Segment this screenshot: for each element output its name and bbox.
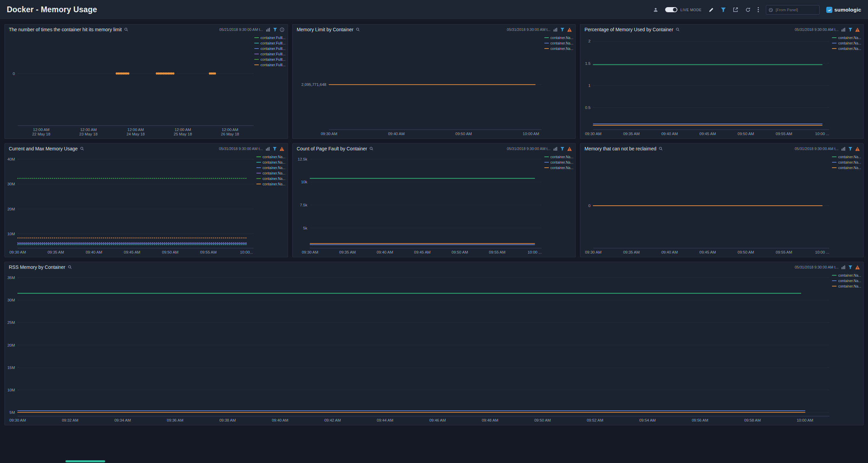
legend-item[interactable]: container.Fulll... <box>254 52 286 56</box>
legend-item[interactable]: container.Na... <box>832 160 861 164</box>
legend-label: container.Na... <box>838 47 861 51</box>
warning-icon[interactable] <box>855 265 860 270</box>
chart-legend: container.Fulll...container.Fulll...cont… <box>254 36 286 67</box>
info-icon[interactable] <box>280 27 284 32</box>
legend-item[interactable]: container.Na... <box>256 171 286 175</box>
legend-label: container.Na... <box>263 171 286 175</box>
zoom-icon[interactable] <box>356 27 360 32</box>
legend-item[interactable]: container.Na... <box>256 155 286 159</box>
warning-icon[interactable] <box>567 147 572 151</box>
legend-item[interactable]: container.Na... <box>544 160 574 164</box>
zoom-icon[interactable] <box>124 27 128 32</box>
zoom-icon[interactable] <box>676 27 680 32</box>
legend-item[interactable]: container.Na... <box>544 166 574 170</box>
legend-item[interactable]: container.Fulll... <box>254 47 286 51</box>
svg-text:09:42 AM: 09:42 AM <box>324 418 341 422</box>
chart-canvas[interactable]: 009:30 AM09:35 AM09:40 AM09:45 AM09:50 A… <box>580 152 863 257</box>
legend-label: container.Na... <box>838 273 861 277</box>
chart-icon[interactable] <box>553 147 558 151</box>
svg-text:12.5k: 12.5k <box>298 157 307 161</box>
filter-icon[interactable] <box>560 27 564 32</box>
chart-icon[interactable] <box>841 147 846 151</box>
legend-item[interactable]: container.Fulll... <box>254 41 286 45</box>
warning-icon[interactable] <box>279 147 284 151</box>
legend-item[interactable]: container.Na... <box>832 47 861 51</box>
legend-swatch <box>544 156 549 157</box>
legend-item[interactable]: container.Na... <box>544 155 574 159</box>
legend-swatch <box>256 178 261 179</box>
live-mode-toggle[interactable] <box>665 7 677 12</box>
chart-icon[interactable] <box>841 27 846 32</box>
legend-label: container.Na... <box>263 177 286 181</box>
filter-icon[interactable] <box>848 27 852 32</box>
edit-pencil-icon[interactable] <box>709 7 714 13</box>
legend-swatch <box>256 162 261 163</box>
panel-header: Count of Page Fault by Container 05/31/2… <box>293 144 576 152</box>
kebab-menu-icon[interactable] <box>757 7 759 13</box>
legend-item[interactable]: container.Na... <box>256 177 286 181</box>
chart-canvas[interactable]: 012:00 AM22 May 1812:00 AM23 May 1812:00… <box>5 33 288 138</box>
chart-canvas[interactable]: 5k7.5k10k12.5k09:30 AM09:35 AM09:40 AM09… <box>293 152 576 257</box>
chart-canvas[interactable]: 5M10M15M20M25M30M35M09:30 AM09:32 AM09:3… <box>5 271 863 425</box>
chart-icon[interactable] <box>841 265 846 270</box>
svg-text:09:35 AM: 09:35 AM <box>47 250 64 254</box>
legend-item[interactable]: container.Na... <box>544 41 574 45</box>
svg-text:10:00 ...: 10:00 ... <box>815 132 829 136</box>
legend-item[interactable]: container.Fulll... <box>254 63 286 67</box>
legend-item[interactable]: container.Fulll... <box>254 57 286 61</box>
svg-text:09:50 AM: 09:50 AM <box>534 418 551 422</box>
legend-item[interactable]: container.Na... <box>832 36 861 40</box>
chart-icon[interactable] <box>266 147 270 151</box>
filter-icon[interactable] <box>273 27 277 32</box>
chart-legend: container.Na...container.Na...container.… <box>832 155 861 170</box>
chart-canvas[interactable]: 2,095,771,64809:30 AM09:40 AM09:50 AM10:… <box>293 33 576 138</box>
user-icon[interactable] <box>653 7 658 13</box>
legend-item[interactable]: container.Na... <box>256 182 286 186</box>
svg-text:09:52 AM: 09:52 AM <box>587 418 603 422</box>
zoom-icon[interactable] <box>68 265 72 269</box>
legend-item[interactable]: container.Na... <box>832 155 861 159</box>
filter-icon[interactable] <box>273 147 277 151</box>
zoom-icon[interactable] <box>369 147 373 151</box>
filter-icon[interactable] <box>560 147 564 151</box>
chart-canvas[interactable]: 10M20M30M40M09:30 AM09:35 AM09:40 AM09:4… <box>5 152 288 257</box>
svg-text:10:00 AM: 10:00 AM <box>523 132 539 136</box>
legend-item[interactable]: container.Na... <box>544 36 574 40</box>
legend-item[interactable]: container.Na... <box>256 160 286 164</box>
svg-text:09:30 AM: 09:30 AM <box>302 250 318 254</box>
svg-text:0: 0 <box>589 204 591 208</box>
warning-icon[interactable] <box>855 27 860 32</box>
legend-item[interactable]: container.Na... <box>832 166 861 170</box>
zoom-icon[interactable] <box>659 147 663 151</box>
filter-icon[interactable] <box>721 7 726 12</box>
share-icon[interactable] <box>733 7 738 13</box>
legend-label: container.Fulll... <box>261 47 286 51</box>
search-input[interactable] <box>766 5 819 15</box>
legend-item[interactable]: container.Fulll... <box>254 36 286 40</box>
chart-canvas[interactable]: 0.511.5209:30 AM09:35 AM09:40 AM09:45 AM… <box>580 33 863 138</box>
legend-item[interactable]: container.Na... <box>832 41 861 45</box>
chart-legend: container.Na...container.Na...container.… <box>544 155 574 170</box>
legend-item[interactable]: container.Na... <box>832 284 861 288</box>
chart-icon[interactable] <box>553 27 558 32</box>
svg-text:5M: 5M <box>9 410 15 414</box>
chart-icon[interactable] <box>266 27 270 32</box>
legend-label: container.Fulll... <box>261 41 286 45</box>
legend-item[interactable]: container.Na... <box>256 166 286 170</box>
svg-text:09:40 AM: 09:40 AM <box>661 250 678 254</box>
zoom-icon[interactable] <box>80 147 84 151</box>
legend-item[interactable]: container.Na... <box>544 47 574 51</box>
refresh-icon[interactable] <box>745 7 751 13</box>
panel-timestamp: 05/31/2018 9:30:00 AM t... <box>795 265 838 269</box>
svg-text:09:40 AM: 09:40 AM <box>661 132 678 136</box>
legend-item[interactable]: container.Na... <box>832 273 861 277</box>
warning-icon[interactable] <box>567 27 572 32</box>
panel-timestamp: 05/21/2018 9:30:00 AM t... <box>219 27 263 32</box>
svg-text:09:34 AM: 09:34 AM <box>114 418 131 422</box>
filter-icon[interactable] <box>848 147 852 151</box>
warning-icon[interactable] <box>855 147 860 151</box>
filter-icon[interactable] <box>848 265 852 269</box>
horizontal-scrollbar-thumb[interactable] <box>65 460 105 462</box>
svg-text:09:55 AM: 09:55 AM <box>776 132 792 136</box>
legend-item[interactable]: container.Na... <box>832 279 861 283</box>
